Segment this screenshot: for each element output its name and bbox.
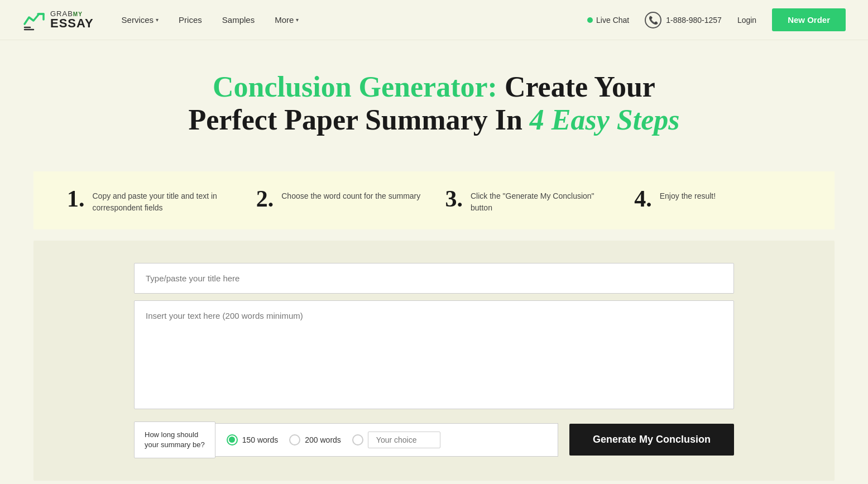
text-textarea[interactable] xyxy=(134,300,734,409)
radio-200-words[interactable]: 200 words xyxy=(289,434,341,445)
step-3: 3. Click the "Generate My Conclusion" bu… xyxy=(434,187,624,214)
services-chevron-icon: ▾ xyxy=(156,17,159,23)
step-4-text: Enjoy the result! xyxy=(660,187,716,202)
steps-banner: 1. Copy and paste your title and text in… xyxy=(33,171,835,229)
hero-green-text: Conclusion Generator: xyxy=(213,71,497,103)
custom-word-count-input[interactable] xyxy=(368,432,440,448)
generate-button[interactable]: Generate My Conclusion xyxy=(569,424,734,456)
nav-services[interactable]: Services ▾ xyxy=(122,15,159,25)
hero-black-text2: Perfect Paper Summary In xyxy=(188,104,529,136)
hero-title: Conclusion Generator: Create Your Perfec… xyxy=(22,71,846,138)
more-chevron-icon: ▾ xyxy=(296,17,299,23)
radio-options: 150 words 200 words xyxy=(215,423,558,457)
form-container: How long shouldyour summary be? 150 word… xyxy=(33,241,835,481)
step-2-number: 2. xyxy=(256,187,274,210)
title-input[interactable] xyxy=(134,263,734,294)
step-3-text: Click the "Generate My Conclusion" butto… xyxy=(471,187,612,214)
logo-essay: ESSAY xyxy=(50,17,94,30)
radio-150-label: 150 words xyxy=(242,435,279,444)
step-2-text: Choose the word count for the summary xyxy=(281,187,420,202)
radio-circle-200 xyxy=(289,434,300,445)
nav-samples[interactable]: Samples xyxy=(222,15,255,25)
live-indicator xyxy=(587,17,593,23)
live-chat[interactable]: Live Chat xyxy=(587,16,629,25)
bottom-controls: How long shouldyour summary be? 150 word… xyxy=(134,421,734,458)
radio-custom[interactable] xyxy=(352,432,440,448)
step-2: 2. Choose the word count for the summary xyxy=(245,187,434,210)
nav-links: Services ▾ Prices Samples More ▾ xyxy=(122,15,588,25)
logo-icon xyxy=(22,8,46,32)
radio-200-label: 200 words xyxy=(305,435,341,444)
nav-prices[interactable]: Prices xyxy=(179,15,202,25)
hero-green-italic: 4 Easy Steps xyxy=(530,104,680,136)
logo[interactable]: GRABmy ESSAY xyxy=(22,8,94,32)
step-3-number: 3. xyxy=(445,187,463,210)
navbar: GRABmy ESSAY Services ▾ Prices Samples M… xyxy=(0,0,868,40)
phone-icon: 📞 xyxy=(645,12,661,28)
new-order-button[interactable]: New Order xyxy=(772,8,846,31)
hero-black-text1: Create Your xyxy=(497,71,655,103)
word-count-label: How long shouldyour summary be? xyxy=(134,421,215,458)
radio-circle-custom xyxy=(352,434,363,445)
step-4-number: 4. xyxy=(634,187,652,210)
phone-area[interactable]: 📞 1-888-980-1257 xyxy=(645,12,722,28)
radio-150-words[interactable]: 150 words xyxy=(227,434,279,445)
hero-title-line2: Perfect Paper Summary In 4 Easy Steps xyxy=(22,103,846,137)
step-1: 1. Copy and paste your title and text in… xyxy=(56,187,245,214)
step-1-text: Copy and paste your title and text in co… xyxy=(93,187,234,214)
hero-title-line1: Conclusion Generator: Create Your xyxy=(22,71,846,103)
step-4: 4. Enjoy the result! xyxy=(623,187,812,210)
step-1-number: 1. xyxy=(67,187,85,210)
radio-circle-150 xyxy=(227,434,238,445)
nav-more[interactable]: More ▾ xyxy=(275,15,299,25)
login-link[interactable]: Login xyxy=(737,16,756,25)
hero-section: Conclusion Generator: Create Your Perfec… xyxy=(0,40,868,160)
logo-text: GRABmy ESSAY xyxy=(50,10,94,30)
nav-right: Live Chat 📞 1-888-980-1257 Login New Ord… xyxy=(587,8,846,31)
